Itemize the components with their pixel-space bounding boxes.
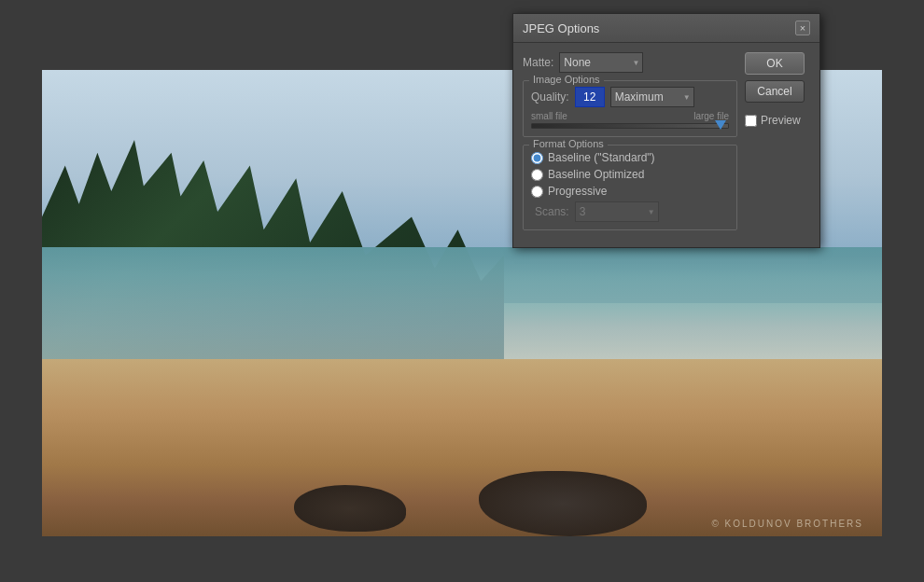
slider-labels: small file large file (531, 111, 729, 121)
scans-label: Scans: (535, 205, 569, 218)
radio-row-baseline-standard: Baseline ("Standard") (531, 151, 729, 164)
image-options-group: Image Options Quality: Low Medium High V… (523, 80, 737, 137)
scans-select[interactable]: 3 4 5 (575, 201, 659, 222)
format-options-legend: Format Options (529, 138, 608, 149)
quality-input[interactable] (575, 87, 605, 107)
radio-baseline-optimized-label[interactable]: Baseline Optimized (548, 168, 644, 181)
matte-select-wrapper: None White Black Background Foreground (559, 52, 643, 73)
slider-label-small: small file (531, 111, 567, 121)
jpeg-options-dialog: JPEG Options × Matte: None White Black B… (512, 13, 820, 248)
dialog-body: Matte: None White Black Background Foreg… (513, 43, 819, 247)
quality-row: Quality: Low Medium High Very High Maxim… (531, 87, 729, 107)
dialog-right-panel: OK Cancel Preview (745, 52, 810, 238)
radio-baseline-standard[interactable] (531, 152, 543, 164)
cancel-button[interactable]: Cancel (745, 80, 805, 103)
slider-thumb (715, 120, 726, 130)
preview-row: Preview (745, 114, 810, 127)
quality-label: Quality: (531, 90, 569, 104)
dialog-left-panel: Matte: None White Black Background Foreg… (523, 52, 737, 238)
quality-slider[interactable] (531, 123, 729, 129)
watermark: © KOLDUNOV BROTHERS (711, 519, 863, 529)
radio-baseline-optimized[interactable] (531, 169, 543, 181)
ok-button[interactable]: OK (745, 52, 805, 75)
rock1 (294, 485, 406, 532)
matte-select[interactable]: None White Black Background Foreground (559, 52, 643, 73)
radio-progressive[interactable] (531, 186, 543, 198)
close-button[interactable]: × (795, 21, 810, 35)
scans-select-wrapper: 3 4 5 (575, 201, 659, 222)
format-options-group: Format Options Baseline ("Standard") Bas… (523, 145, 737, 230)
radio-baseline-standard-label[interactable]: Baseline ("Standard") (548, 151, 655, 164)
matte-row: Matte: None White Black Background Foreg… (523, 52, 737, 73)
preview-checkbox[interactable] (745, 115, 757, 127)
quality-slider-row: small file large file (531, 111, 729, 129)
radio-row-baseline-optimized: Baseline Optimized (531, 168, 729, 181)
dialog-titlebar: JPEG Options × (513, 14, 819, 43)
quality-select[interactable]: Low Medium High Very High Maximum (610, 87, 694, 107)
scans-row: Scans: 3 4 5 (535, 201, 729, 222)
sand-layer (42, 359, 882, 536)
dialog-title: JPEG Options (523, 21, 599, 35)
radio-progressive-label[interactable]: Progressive (548, 185, 607, 198)
matte-label: Matte: (523, 56, 553, 69)
radio-row-progressive: Progressive (531, 185, 729, 198)
image-options-legend: Image Options (529, 74, 604, 85)
preview-label[interactable]: Preview (761, 114, 801, 127)
quality-select-wrapper: Low Medium High Very High Maximum (610, 87, 694, 107)
close-icon: × (800, 23, 805, 34)
